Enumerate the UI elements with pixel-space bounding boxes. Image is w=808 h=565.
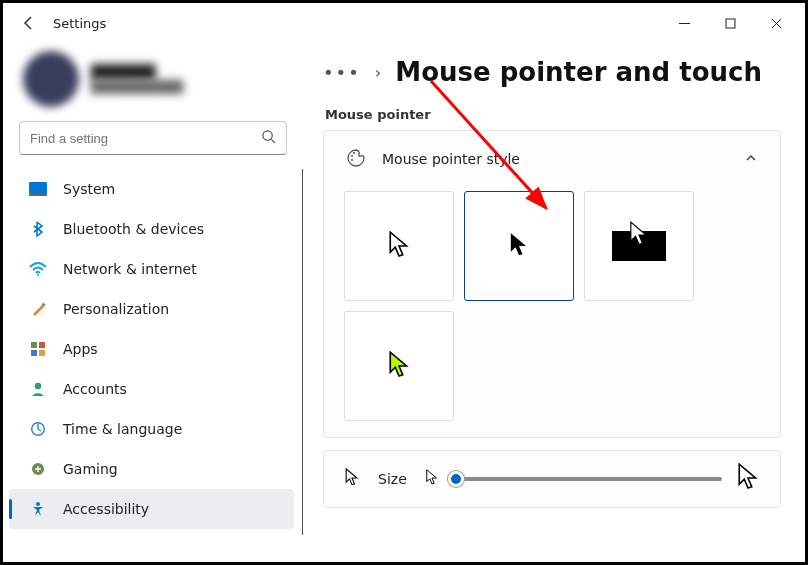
sidebar-item-gaming[interactable]: Gaming (9, 449, 294, 489)
maximize-button[interactable] (707, 7, 753, 39)
nav-label: Time & language (63, 421, 182, 437)
pointer-style-black[interactable] (464, 191, 574, 301)
accessibility-icon (29, 500, 47, 518)
svg-point-2 (263, 130, 272, 139)
sidebar-item-system[interactable]: System (9, 169, 294, 209)
svg-point-12 (35, 383, 41, 389)
nav-label: Personalization (63, 301, 169, 317)
pointer-size-slider[interactable] (453, 469, 722, 489)
nav-label: Gaming (63, 461, 118, 477)
nav-label: Bluetooth & devices (63, 221, 204, 237)
sidebar: ██████ ██████████ System (3, 43, 303, 562)
main-content: ••• › Mouse pointer and touch Mouse poin… (303, 43, 805, 562)
svg-point-17 (353, 152, 355, 154)
page-title: Mouse pointer and touch (395, 57, 762, 87)
svg-point-6 (37, 274, 39, 276)
nav-label: Accessibility (63, 501, 149, 517)
svg-rect-11 (39, 350, 45, 356)
section-label: Mouse pointer (325, 107, 781, 122)
back-button[interactable] (15, 9, 43, 37)
sidebar-item-personalization[interactable]: Personalization (9, 289, 294, 329)
pointer-style-white[interactable] (344, 191, 454, 301)
clock-globe-icon (29, 420, 47, 438)
chevron-right-icon: › (375, 63, 381, 82)
window-controls (661, 7, 799, 39)
svg-point-16 (351, 155, 353, 157)
apps-icon (29, 340, 47, 358)
user-icon (29, 380, 47, 398)
close-button[interactable] (753, 7, 799, 39)
sidebar-item-network[interactable]: Network & internet (9, 249, 294, 289)
profile-block[interactable]: ██████ ██████████ (3, 47, 303, 121)
palette-icon (346, 148, 366, 171)
nav-label: Network & internet (63, 261, 197, 277)
sidebar-item-accessibility[interactable]: Accessibility (9, 489, 294, 529)
svg-rect-8 (31, 342, 37, 348)
sidebar-item-time-language[interactable]: Time & language (9, 409, 294, 449)
minimize-button[interactable] (661, 7, 707, 39)
pointer-style-grid (324, 187, 780, 437)
pointer-small-icon (344, 468, 360, 491)
pointer-style-custom[interactable] (344, 311, 454, 421)
svg-rect-1 (726, 19, 735, 28)
slider-min-icon (425, 469, 439, 490)
breadcrumb: ••• › Mouse pointer and touch (323, 57, 781, 87)
wifi-icon (29, 260, 47, 278)
bluetooth-icon (29, 220, 47, 238)
sidebar-item-apps[interactable]: Apps (9, 329, 294, 369)
pointer-style-panel: Mouse pointer style (323, 130, 781, 438)
app-title: Settings (53, 16, 106, 31)
panel-title: Mouse pointer style (382, 151, 520, 167)
svg-line-3 (271, 139, 275, 143)
gaming-icon (29, 460, 47, 478)
profile-email: ██████████ (91, 80, 183, 94)
brush-icon (29, 300, 47, 318)
svg-point-18 (351, 159, 353, 161)
svg-rect-9 (39, 342, 45, 348)
sidebar-item-accounts[interactable]: Accounts (9, 369, 294, 409)
svg-rect-5 (29, 194, 47, 196)
avatar (23, 51, 79, 107)
search-input[interactable] (30, 131, 261, 146)
pointer-style-inverted[interactable] (584, 191, 694, 301)
svg-point-15 (36, 502, 40, 506)
pointer-style-header[interactable]: Mouse pointer style (324, 131, 780, 187)
pointer-size-panel: Size (323, 450, 781, 508)
nav-label: Apps (63, 341, 98, 357)
titlebar: Settings (3, 3, 805, 43)
chevron-up-icon (744, 150, 758, 169)
slider-max-icon (736, 463, 760, 496)
sidebar-item-bluetooth[interactable]: Bluetooth & devices (9, 209, 294, 249)
profile-name: ██████ (91, 64, 183, 80)
search-box[interactable] (19, 121, 287, 155)
system-icon (29, 180, 47, 198)
breadcrumb-overflow[interactable]: ••• (323, 62, 361, 83)
nav-label: System (63, 181, 115, 197)
search-icon (261, 129, 276, 148)
svg-rect-10 (31, 350, 37, 356)
nav-list: System Bluetooth & devices Network & int… (3, 169, 303, 535)
svg-rect-4 (29, 182, 47, 194)
size-label: Size (378, 471, 407, 487)
nav-label: Accounts (63, 381, 127, 397)
